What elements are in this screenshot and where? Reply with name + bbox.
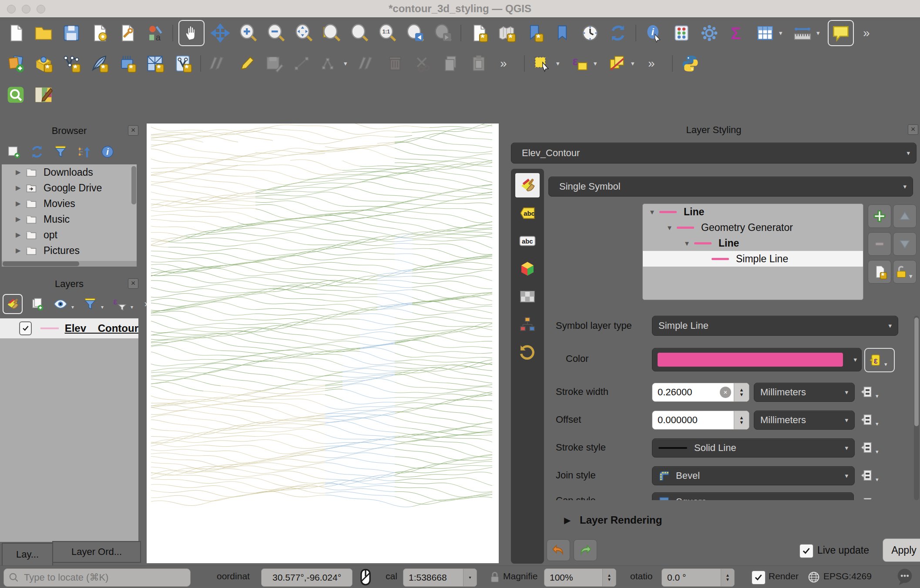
offset-data-defined-override[interactable]: ▾ [859,410,883,430]
stroke-style-select[interactable]: Solid Line ▾ [652,438,855,458]
layer-visibility-checkbox[interactable] [19,321,32,335]
select-by-expression-dropdown[interactable]: ▾ [594,60,601,67]
dock-tab-layer-order[interactable]: Layer Ord... [52,541,141,563]
pan-map-button[interactable] [178,20,205,46]
new-spatial-bookmark-button[interactable]: * [522,21,547,45]
browser-vscrollbar[interactable] [131,166,136,204]
symbol-tree-row[interactable]: ▼Line [643,235,863,251]
browser-item-opt[interactable]: ▶opt [2,227,137,243]
browser-hscrollbar[interactable] [3,261,79,266]
tab-history[interactable] [515,340,540,364]
new-shapefile-button[interactable]: * [59,51,84,76]
new-3d-map-view-button[interactable]: * [494,21,519,45]
styling-close-icon[interactable]: × [908,124,918,135]
new-virtual-layer-button[interactable]: * [87,51,111,76]
browser-item-google-drive[interactable]: ▶Google Drive [2,180,137,196]
zoom-native-button[interactable]: 1:1 [375,21,400,45]
print-layout-button[interactable] [115,21,139,45]
measure-dropdown[interactable]: ▾ [816,29,823,37]
open-layer-styling-button[interactable] [3,294,23,314]
open-attribute-table-dropdown[interactable]: ▾ [779,29,786,37]
project-save-button[interactable] [59,21,84,45]
processing-toolbox-button[interactable] [697,21,722,45]
apply-button[interactable]: Apply [883,538,920,562]
edit-overflow-button[interactable]: » [494,51,519,76]
expand-icon[interactable]: ▼ [684,240,694,247]
join-style-select[interactable]: Bevel ▾ [652,466,855,485]
scale-dropdown[interactable]: ▾ [463,569,477,586]
tab-transparency[interactable] [515,284,540,309]
data-source-manager-button[interactable] [3,51,28,76]
manage-visibility-button[interactable] [51,295,70,313]
browser-item-movies[interactable]: ▶Movies [2,196,137,211]
scale-combobox[interactable]: 1:538668 ▾ [403,568,477,587]
new-mesh-layer-button[interactable]: * [115,51,139,76]
offset-unit-select[interactable]: Millimeters ▾ [754,411,855,430]
locator-input[interactable] [23,571,181,584]
magnifier-spinbox[interactable]: 100% ▲▼ [544,568,616,587]
deselect-all-dropdown[interactable]: ▾ [631,60,638,67]
lock-symbol-color-button[interactable]: ▾ [893,260,917,284]
clear-value-icon[interactable]: × [720,387,731,398]
filter-legend-dropdown[interactable]: ▾ [101,304,108,310]
color-button[interactable]: ▾ [652,348,862,371]
duplicate-symbol-layer-button[interactable]: * [868,260,891,284]
symbol-tree-row[interactable]: ▼Geometry Generator [643,220,863,235]
current-edits-button[interactable] [234,51,259,76]
manage-visibility-dropdown[interactable]: ▾ [71,304,78,310]
tab-labels[interactable]: abc [515,201,540,225]
deselect-all-button[interactable] [605,51,629,76]
measure-button[interactable] [790,21,815,45]
tab-masks[interactable]: abc [515,229,540,253]
undo-style-button[interactable] [547,539,570,561]
redo-style-button[interactable] [574,539,597,561]
python-console-button[interactable] [678,51,702,76]
expand-icon[interactable]: ▼ [649,208,659,216]
renderer-select[interactable]: Single Symbol ▾ [548,177,913,197]
symbol-tree-row[interactable]: Simple Line [643,251,863,267]
open-attribute-table-button[interactable] [753,21,777,45]
pan-to-selection-button[interactable] [208,21,232,45]
layer-rendering-header[interactable]: Layer Rendering [580,514,662,526]
browser-add-layer-button[interactable] [4,143,23,161]
cap-style-select-clipped[interactable]: Square [652,492,854,500]
crs-globe-icon[interactable] [807,570,821,584]
filter-by-expression-button[interactable]: ε [111,295,129,313]
browser-close-icon[interactable]: × [128,125,138,136]
browser-refresh-button[interactable] [28,143,46,161]
expand-icon[interactable]: ▶ [16,184,25,192]
expand-icon[interactable]: ▶ [16,168,25,176]
stroke-style-data-defined-override[interactable]: ▾ [859,438,883,458]
symbol-tree-row[interactable]: ▼Line [643,204,863,220]
new-map-view-button[interactable]: * [467,21,491,45]
tab-diagrams[interactable] [515,312,540,337]
select-features-button[interactable] [530,51,554,76]
zoom-last-button[interactable] [403,21,427,45]
offset-input[interactable]: 0.000000 ▲▼ [652,411,749,430]
add-symbol-layer-button[interactable] [868,204,891,228]
expand-icon[interactable]: ▶ [16,231,25,239]
plugin-zoom-native-button[interactable] [3,83,28,107]
project-open-button[interactable] [31,21,56,45]
stroke-width-unit-select[interactable]: Millimeters ▾ [754,383,855,402]
crs-status[interactable]: EPSG:4269 [823,571,872,581]
browser-filter-button[interactable] [51,143,70,161]
render-checkbox[interactable] [751,570,766,585]
filter-legend-button[interactable] [81,295,99,313]
stroke-width-stepper[interactable]: ▲▼ [734,383,749,401]
tab-symbology[interactable] [515,173,540,197]
zoom-to-selection-button[interactable] [347,21,372,45]
select-features-dropdown[interactable]: ▾ [556,60,563,67]
identify-features-button[interactable]: i [641,21,666,45]
temporal-controller-button[interactable] [578,21,602,45]
select-by-expression-button[interactable]: ε [567,51,592,76]
stroke-width-data-defined-override[interactable]: ▾ [859,382,883,402]
statistical-summary-button[interactable] [669,21,694,45]
add-group-button[interactable] [28,295,46,313]
show-spatial-bookmarks-button[interactable] [550,21,574,45]
expand-icon[interactable]: ▶ [16,215,25,223]
new-geopackage-button[interactable]: * [31,51,56,76]
layer-item-elev-contour[interactable]: Elev__Contour [0,318,138,338]
browser-properties-button[interactable]: i [98,143,117,161]
zoom-full-button[interactable] [292,21,316,45]
